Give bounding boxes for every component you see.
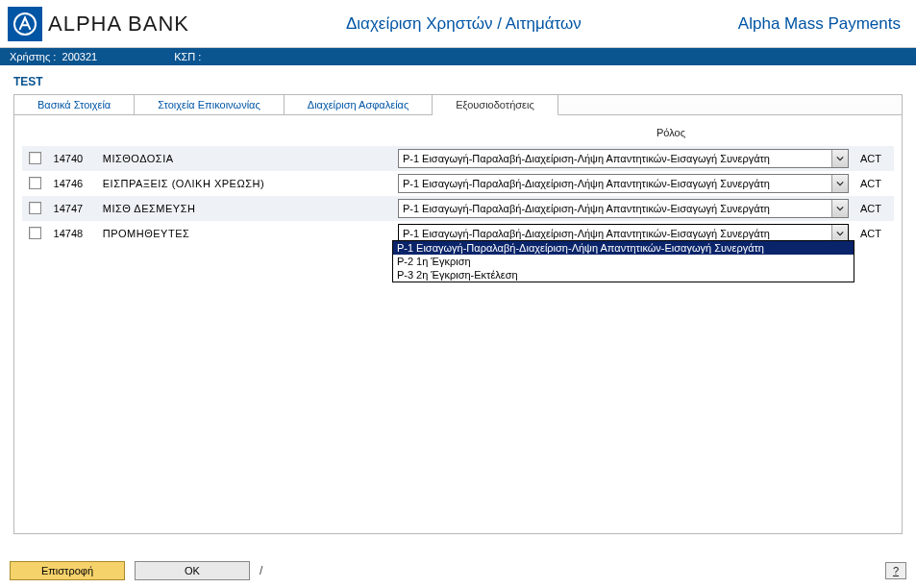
role-header-row: Ρόλος xyxy=(22,123,894,142)
back-button[interactable]: Επιστροφή xyxy=(10,561,125,580)
table-row: 14747ΜΙΣΘ ΔΕΣΜΕΥΣΗP-1 Εισαγωγή-Παραλαβή-… xyxy=(22,196,894,221)
role-select[interactable]: P-1 Εισαγωγή-Παραλαβή-Διαχείριση-Λήψη Απ… xyxy=(398,174,849,193)
row-checkbox[interactable] xyxy=(29,202,41,214)
user-info: Χρήστης : 200321 xyxy=(10,51,97,62)
row-code: 14747 xyxy=(48,196,97,221)
tabs-filler xyxy=(558,95,902,115)
alpha-logo-icon xyxy=(12,12,37,37)
page-title: TEST xyxy=(0,65,916,94)
table-row: 14748ΠΡΟΜΗΘΕΥΤΕΣP-1 Εισαγωγή-Παραλαβή-Δι… xyxy=(22,221,894,246)
row-code: 14748 xyxy=(48,221,97,246)
tab-1[interactable]: Στοιχεία Επικοινωνίας xyxy=(135,95,285,115)
role-dropdown-panel[interactable]: P-1 Εισαγωγή-Παραλαβή-Διαχείριση-Λήψη Απ… xyxy=(392,240,854,282)
chevron-down-icon[interactable] xyxy=(831,150,848,167)
role-column-header: Ρόλος xyxy=(656,127,685,138)
role-select[interactable]: P-1 Εισαγωγή-Παραλαβή-Διαχείριση-Λήψη Απ… xyxy=(398,149,849,168)
row-description: ΠΡΟΜΗΘΕΥΤΕΣ xyxy=(97,221,392,246)
tab-body: Ρόλος 14740ΜΙΣΘΟΔΟΣΙΑP-1 Εισαγωγή-Παραλα… xyxy=(14,115,902,254)
row-description: ΜΙΣΘ ΔΕΣΜΕΥΣΗ xyxy=(97,196,392,221)
authorizations-grid: 14740ΜΙΣΘΟΔΟΣΙΑP-1 Εισαγωγή-Παραλαβή-Δια… xyxy=(22,146,894,246)
table-row: 14746ΕΙΣΠΡΑΞΕΙΣ (ΟΛΙΚΗ ΧΡΕΩΣΗ)P-1 Εισαγω… xyxy=(22,171,894,196)
footer-separator: / xyxy=(260,564,262,577)
header-title: Διαχείριση Χρηστών / Αιτημάτων xyxy=(189,14,738,34)
role-option[interactable]: P-2 1η Έγκριση xyxy=(393,255,854,268)
role-select-value: P-1 Εισαγωγή-Παραλαβή-Διαχείριση-Λήψη Απ… xyxy=(399,178,831,189)
role-select-value: P-1 Εισαγωγή-Παραλαβή-Διαχείριση-Λήψη Απ… xyxy=(399,228,831,239)
tab-0[interactable]: Βασικά Στοιχεία xyxy=(14,95,135,115)
row-status: ACT xyxy=(854,146,894,171)
role-option[interactable]: P-1 Εισαγωγή-Παραλαβή-Διαχείριση-Λήψη Απ… xyxy=(393,241,854,255)
info-bar: Χρήστης : 200321 ΚΣΠ : xyxy=(0,48,916,65)
row-checkbox[interactable] xyxy=(29,152,41,164)
help-button[interactable]: ? xyxy=(885,562,906,579)
ok-button[interactable]: OK xyxy=(135,561,250,580)
role-select-value: P-1 Εισαγωγή-Παραλαβή-Διαχείριση-Λήψη Απ… xyxy=(399,203,831,214)
tabs-container: Βασικά ΣτοιχείαΣτοιχεία ΕπικοινωνίαςΔιαχ… xyxy=(13,94,903,534)
app-header: ALPHA BANK Διαχείριση Χρηστών / Αιτημάτω… xyxy=(0,0,916,48)
ksp-info: ΚΣΠ : xyxy=(174,51,204,62)
bank-logo xyxy=(8,7,42,41)
row-code: 14746 xyxy=(48,171,97,196)
role-select-value: P-1 Εισαγωγή-Παραλαβή-Διαχείριση-Λήψη Απ… xyxy=(399,153,831,164)
bank-name: ALPHA BANK xyxy=(48,12,189,37)
tabs-header: Βασικά ΣτοιχείαΣτοιχεία ΕπικοινωνίαςΔιαχ… xyxy=(14,94,902,115)
tab-2[interactable]: Διαχείριση Ασφαλείας xyxy=(285,95,433,115)
row-checkbox[interactable] xyxy=(29,177,41,189)
header-product: Alpha Mass Payments xyxy=(738,14,908,34)
row-status: ACT xyxy=(854,196,894,221)
role-select[interactable]: P-1 Εισαγωγή-Παραλαβή-Διαχείριση-Λήψη Απ… xyxy=(398,199,849,218)
row-code: 14740 xyxy=(48,146,97,171)
table-row: 14740ΜΙΣΘΟΔΟΣΙΑP-1 Εισαγωγή-Παραλαβή-Δια… xyxy=(22,146,894,171)
chevron-down-icon[interactable] xyxy=(831,175,848,192)
role-option[interactable]: P-3 2η Έγκριση-Εκτέλεση xyxy=(393,268,854,282)
row-status: ACT xyxy=(854,171,894,196)
tab-3[interactable]: Εξουσιοδοτήσεις xyxy=(433,95,557,115)
row-description: ΜΙΣΘΟΔΟΣΙΑ xyxy=(97,146,392,171)
row-status: ACT xyxy=(854,221,894,246)
row-description: ΕΙΣΠΡΑΞΕΙΣ (ΟΛΙΚΗ ΧΡΕΩΣΗ) xyxy=(97,171,392,196)
chevron-down-icon[interactable] xyxy=(831,200,848,217)
footer: Επιστροφή OK / ? xyxy=(10,561,906,580)
row-checkbox[interactable] xyxy=(29,227,41,239)
